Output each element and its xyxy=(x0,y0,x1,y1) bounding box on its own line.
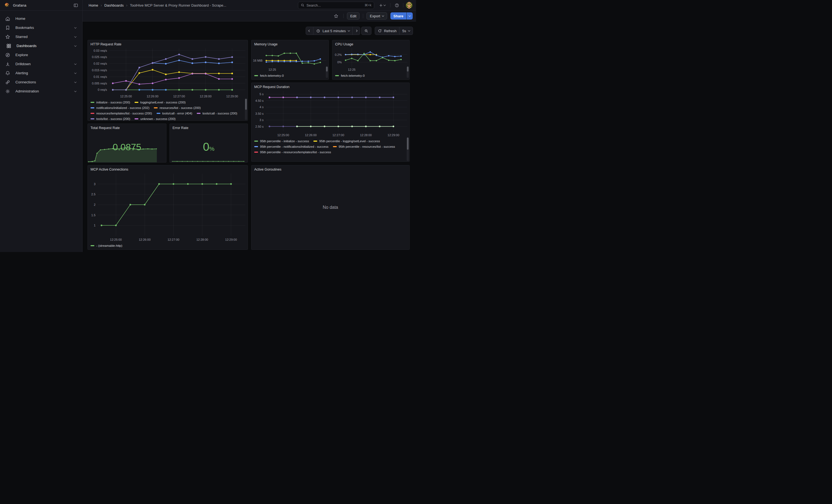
error-rate-value: 0% xyxy=(203,140,214,154)
share-button[interactable]: Share xyxy=(390,12,406,20)
share-menu-button[interactable] xyxy=(407,12,413,20)
panel-title[interactable]: Total Request Rate xyxy=(88,124,166,130)
svg-text:12:26:00: 12:26:00 xyxy=(139,238,151,241)
legend-scrollbar[interactable] xyxy=(407,66,409,78)
sidebar-item-drilldown[interactable]: Drilldown xyxy=(0,59,82,69)
legend-item[interactable]: tools/call - error (404) xyxy=(157,111,192,116)
divider xyxy=(390,3,390,7)
grafana-logo[interactable] xyxy=(4,2,10,8)
breadcrumb-dashboards[interactable]: Dashboards xyxy=(104,3,124,7)
favorite-star-button[interactable] xyxy=(332,12,340,20)
divider xyxy=(363,14,363,18)
edit-button[interactable]: Edit xyxy=(347,12,360,20)
http-request-rate-chart[interactable]: 12:25:0012:26:0012:27:0012:28:0012:29:00… xyxy=(88,46,248,99)
time-forward-button[interactable] xyxy=(353,27,360,35)
svg-text:12:27:00: 12:27:00 xyxy=(332,133,344,137)
legend-label: unknown - success (200) xyxy=(140,117,176,121)
breadcrumb-home[interactable]: Home xyxy=(88,3,98,7)
add-new-button[interactable] xyxy=(376,1,388,9)
panel-title[interactable]: HTTP Request Rate xyxy=(88,40,248,46)
sidebar: Home Bookmarks Starred xyxy=(0,11,82,252)
legend-item[interactable]: fetch-telemetry-0 xyxy=(254,73,284,78)
legend-item[interactable]: tools/list - success (200) xyxy=(90,116,130,121)
zoom-out-icon xyxy=(364,29,368,33)
legend-label: initialize - success (200) xyxy=(96,101,130,104)
chevron-down-icon[interactable] xyxy=(74,26,77,28)
cpu-usage-chart[interactable]: 12:250.2%0% xyxy=(332,46,409,72)
legend-item[interactable]: 95th percentile - logging/setLevel - suc… xyxy=(313,138,380,144)
chevron-down-icon[interactable] xyxy=(74,72,77,74)
legend-scrollbar[interactable] xyxy=(326,66,328,78)
legend-scrollbar[interactable] xyxy=(407,137,409,161)
time-back-button[interactable] xyxy=(306,27,313,35)
legend-item[interactable]: 95th percentile - resources/list - succe… xyxy=(333,144,395,150)
chevron-down-icon[interactable] xyxy=(74,44,77,47)
legend-item[interactable]: - (streamable-http) xyxy=(90,243,123,248)
time-range-label: Last 5 minutes xyxy=(322,29,346,33)
sidebar-item-alerting[interactable]: Alerting xyxy=(0,69,82,78)
panel-title[interactable]: Active Goroutines xyxy=(252,165,409,171)
legend-item[interactable]: tools/call - success (200) xyxy=(197,111,237,116)
legend-item[interactable]: 95th percentile - initialize - success xyxy=(254,138,309,144)
memory-usage-chart[interactable]: 12:2516 MiB xyxy=(252,46,329,72)
panel-title[interactable]: Error Rate xyxy=(170,124,248,130)
search-box[interactable]: ⌘+k xyxy=(298,2,374,9)
time-range-picker[interactable]: Last 5 minutes xyxy=(313,27,353,35)
sidebar-item-connections[interactable]: Connections xyxy=(0,78,82,87)
svg-text:1.5: 1.5 xyxy=(92,213,96,217)
svg-text:12:25:00: 12:25:00 xyxy=(277,133,289,137)
legend: initialize - success (200)logging/setLev… xyxy=(88,99,248,121)
legend-swatch xyxy=(157,113,160,114)
mcp-request-duration-chart[interactable]: 12:25:0012:26:0012:27:0012:28:0012:29:00… xyxy=(252,89,409,138)
sidebar-item-home[interactable]: Home xyxy=(0,14,82,23)
sidebar-toggle-icon[interactable] xyxy=(72,1,79,9)
legend-label: tools/call - error (404) xyxy=(162,112,192,115)
refresh-interval-label: 5s xyxy=(402,29,406,33)
dashboard-toolbar: Edit Export Share xyxy=(82,11,416,22)
svg-text:3: 3 xyxy=(94,182,96,186)
error-rate-number: 0 xyxy=(203,140,209,153)
legend-label: 95th percentile - resources/list - succe… xyxy=(339,145,395,148)
chevron-down-icon[interactable] xyxy=(74,62,77,65)
legend-item[interactable]: unknown - success (200) xyxy=(134,116,176,121)
legend-item[interactable]: 95th percentile - notifications/initiali… xyxy=(254,144,329,150)
chevron-down-icon[interactable] xyxy=(74,90,77,92)
chevron-down-icon[interactable] xyxy=(74,81,77,83)
legend-item[interactable]: resources/templates/list - success (200) xyxy=(90,111,152,116)
svg-text:5 s: 5 s xyxy=(259,92,264,96)
legend-scrollbar[interactable] xyxy=(245,99,247,120)
legend-item[interactable]: 95th percentile - resources/templates/li… xyxy=(254,150,331,155)
sidebar-item-bookmarks[interactable]: Bookmarks xyxy=(0,23,82,32)
panel-title[interactable]: CPU Usage xyxy=(332,40,409,46)
chevron-down-icon[interactable] xyxy=(74,35,77,37)
sidebar-item-administration[interactable]: Administration xyxy=(0,87,82,96)
svg-text:3 s: 3 s xyxy=(259,118,264,122)
legend-label: 95th percentile - notifications/initiali… xyxy=(260,145,329,148)
sidebar-item-explore[interactable]: Explore xyxy=(0,50,82,59)
legend-item[interactable]: resources/list - success (200) xyxy=(154,105,201,111)
legend-item[interactable]: logging/setLevel - success (200) xyxy=(134,100,186,105)
legend-item[interactable]: fetch-telemetry-0 xyxy=(335,73,365,78)
help-icon[interactable] xyxy=(393,1,400,9)
panel-title[interactable]: Memory Usage xyxy=(252,40,329,46)
zoom-out-button[interactable] xyxy=(361,27,371,35)
refresh-button[interactable]: Refresh xyxy=(375,27,400,35)
mcp-active-connections-chart[interactable]: 12:25:0012:26:0012:27:0012:28:0012:29:00… xyxy=(88,171,248,242)
panel-title[interactable]: MCP Request Duration xyxy=(252,83,409,89)
chevron-left-icon xyxy=(308,30,311,32)
legend-item[interactable]: notifications/initialized - success (202… xyxy=(90,105,149,111)
sidebar-item-starred[interactable]: Starred xyxy=(0,32,82,41)
search-input[interactable] xyxy=(307,3,363,7)
svg-text:12:25: 12:25 xyxy=(268,68,276,71)
svg-text:4 s: 4 s xyxy=(259,105,264,109)
legend-item[interactable]: initialize - success (200) xyxy=(90,100,130,105)
panel-title[interactable]: MCP Active Connections xyxy=(88,165,248,171)
export-button[interactable]: Export xyxy=(366,12,387,20)
export-label: Export xyxy=(370,14,380,18)
legend-swatch xyxy=(134,102,138,103)
chevron-down-icon xyxy=(384,4,386,6)
top-bar-actions: ⌘+k xyxy=(298,1,416,9)
user-avatar[interactable] xyxy=(406,2,412,8)
sidebar-item-dashboards[interactable]: Dashboards xyxy=(0,41,82,50)
refresh-interval-picker[interactable]: 5s xyxy=(399,27,413,35)
